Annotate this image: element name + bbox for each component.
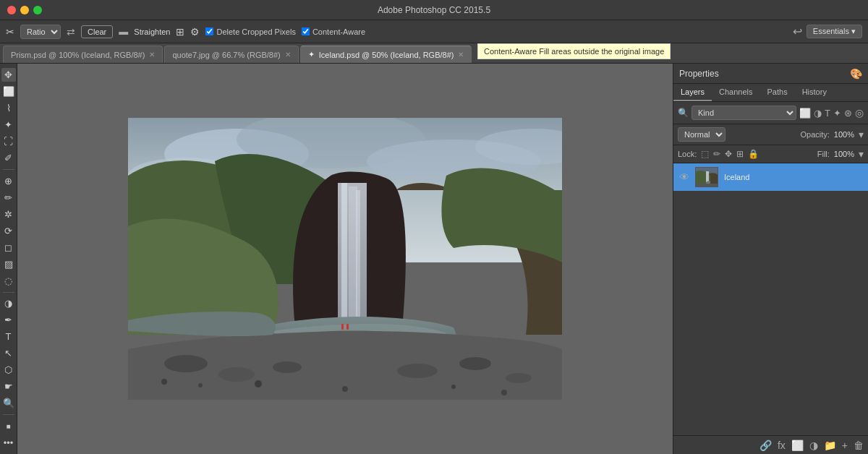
content-aware-option[interactable]: Content-Aware <box>302 27 365 36</box>
lock-position-icon[interactable]: ✥ <box>725 149 732 159</box>
canvas-image-container <box>128 118 562 400</box>
svg-point-13 <box>218 367 255 382</box>
add-group-icon[interactable]: 📁 <box>824 440 836 451</box>
separator-1 <box>3 169 14 170</box>
essentials-button[interactable]: Essentials ▾ <box>807 25 862 38</box>
main-layout: ✥ ⬜ ⌇ ✦ ⛶ ✐ ⊕ ✏ ✲ ⟳ ◻ ▨ ◌ ◑ ✒ T ↖ ⬡ ☛ 🔍 … <box>0 64 868 454</box>
add-adjustment-icon[interactable]: ◑ <box>809 440 818 451</box>
svg-rect-28 <box>696 184 718 187</box>
photoshop-logo-icon[interactable]: 🎨 <box>850 68 862 80</box>
tab-layers[interactable]: Layers <box>673 84 712 101</box>
eraser-tool[interactable]: ◻ <box>1 241 16 254</box>
minimize-button[interactable] <box>20 6 29 14</box>
pen-tool[interactable]: ✒ <box>1 313 16 327</box>
magic-wand-tool[interactable]: ✦ <box>1 118 16 132</box>
options-right: ↩ Essentials ▾ <box>793 25 862 38</box>
search-magnifier-icon: 🔍 <box>678 108 689 118</box>
brush-tool[interactable]: ✏ <box>1 191 16 205</box>
move-tool[interactable]: ✥ <box>1 68 16 82</box>
undo-icon[interactable]: ↩ <box>793 25 802 38</box>
blend-mode-select[interactable]: Normal <box>678 127 726 142</box>
lock-all-icon[interactable]: 🔒 <box>748 149 759 159</box>
left-toolbar: ✥ ⬜ ⌇ ✦ ⛶ ✐ ⊕ ✏ ✲ ⟳ ◻ ▨ ◌ ◑ ✒ T ↖ ⬡ ☛ 🔍 … <box>0 64 17 454</box>
lock-pixels-icon[interactable]: ✏ <box>713 149 720 159</box>
straighten-button[interactable]: Straighten <box>134 27 170 36</box>
tab-iceland[interactable]: ✦ Iceland.psd @ 50% (Iceland, RGB/8#) ✕ <box>300 46 472 63</box>
tab-paths[interactable]: Paths <box>760 84 795 101</box>
kind-select[interactable]: Kind <box>692 106 796 120</box>
svg-point-12 <box>164 355 208 372</box>
ratio-select[interactable]: Ratio <box>20 25 61 39</box>
delete-layer-icon[interactable]: 🗑 <box>854 440 864 451</box>
swap-icon[interactable]: ⇄ <box>67 26 75 38</box>
tab-quote-label: quote7.jpg @ 66.7% (RGB/8#) <box>172 51 280 59</box>
maximize-button[interactable] <box>33 6 42 14</box>
crop-tool[interactable]: ⛶ <box>1 134 16 148</box>
app-title: Adobe Photoshop CC 2015.5 <box>378 5 490 15</box>
clone-stamp-tool[interactable]: ✲ <box>1 207 16 221</box>
shape-tool[interactable]: ⬡ <box>1 363 16 377</box>
layers-search-row: 🔍 Kind ⬜ ◑ T ✦ ⊛ ◎ <box>673 102 868 124</box>
tab-quote[interactable]: quote7.jpg @ 66.7% (RGB/8#) ✕ <box>164 46 298 63</box>
filter-type-icon[interactable]: T <box>825 108 830 119</box>
crop-tool-icon: ✂ <box>6 26 14 38</box>
tab-prism[interactable]: Prism.psd @ 100% (Iceland, RGB/8#) ✕ <box>3 46 163 63</box>
tab-quote-close[interactable]: ✕ <box>285 51 291 59</box>
tab-iceland-label: Iceland.psd @ 50% (Iceland, RGB/8#) <box>319 51 454 59</box>
add-style-icon[interactable]: fx <box>778 440 786 451</box>
lock-artboard-icon[interactable]: ⊞ <box>736 149 744 159</box>
canvas-area <box>17 64 673 454</box>
healing-brush-tool[interactable]: ⊕ <box>1 174 16 188</box>
tab-history[interactable]: History <box>795 84 834 101</box>
options-left: ✂ Ratio ⇄ Clear ▬ Straighten ⊞ ⚙ Delete … <box>6 25 365 39</box>
filter-pixel-icon[interactable]: ⬜ <box>799 108 811 119</box>
delete-cropped-option[interactable]: Delete Cropped Pixels <box>205 27 295 36</box>
layer-visibility-icon[interactable]: 👁 <box>679 171 689 183</box>
blur-tool[interactable]: ◌ <box>1 274 16 288</box>
filter-toggle-icon[interactable]: ◎ <box>855 107 864 119</box>
settings-icon[interactable]: ⚙ <box>190 26 200 38</box>
dodge-tool[interactable]: ◑ <box>1 297 16 311</box>
eyedropper-tool[interactable]: ✐ <box>1 151 16 165</box>
foreground-color[interactable]: ■ <box>1 419 16 433</box>
tab-channels[interactable]: Channels <box>712 84 760 101</box>
svg-point-16 <box>459 357 491 370</box>
lock-transparent-icon[interactable]: ⬚ <box>701 149 709 159</box>
svg-rect-27 <box>706 171 709 182</box>
content-aware-tooltip: Content-Aware Fill areas outside the ori… <box>477 43 671 59</box>
tab-prism-close[interactable]: ✕ <box>149 51 155 59</box>
tab-iceland-icon: ✦ <box>308 50 315 59</box>
link-layers-icon[interactable]: 🔗 <box>760 440 772 451</box>
delete-cropped-checkbox[interactable] <box>205 27 213 35</box>
more-tools[interactable]: ••• <box>1 436 16 450</box>
straighten-label: Straighten <box>134 27 170 36</box>
hand-tool[interactable]: ☛ <box>1 380 16 393</box>
marquee-tool[interactable]: ⬜ <box>1 85 16 98</box>
filter-smart-icon[interactable]: ⊛ <box>844 108 852 119</box>
svg-point-22 <box>451 385 456 389</box>
clear-button[interactable]: Clear <box>81 25 113 38</box>
lasso-tool[interactable]: ⌇ <box>1 101 16 115</box>
add-mask-icon[interactable]: ⬜ <box>791 440 804 451</box>
layers-blend-row: Normal Opacity: 100% ▾ <box>673 124 868 145</box>
traffic-lights <box>7 6 42 14</box>
svg-rect-24 <box>341 324 344 330</box>
history-brush-tool[interactable]: ⟳ <box>1 224 16 238</box>
fill-chevron-icon[interactable]: ▾ <box>859 148 864 160</box>
path-select-tool[interactable]: ↖ <box>1 346 16 360</box>
tab-iceland-close[interactable]: ✕ <box>458 51 464 59</box>
filter-adjust-icon[interactable]: ◑ <box>814 108 822 119</box>
add-layer-icon[interactable]: + <box>842 440 848 451</box>
layer-iceland[interactable]: 👁 Iceland <box>673 163 868 191</box>
svg-point-20 <box>255 380 262 387</box>
options-bar: ✂ Ratio ⇄ Clear ▬ Straighten ⊞ ⚙ Delete … <box>0 20 868 43</box>
zoom-tool[interactable]: 🔍 <box>1 396 16 410</box>
content-aware-checkbox[interactable] <box>302 27 310 35</box>
filter-shape-icon[interactable]: ✦ <box>833 108 841 119</box>
grid-icon[interactable]: ⊞ <box>176 26 184 38</box>
gradient-tool[interactable]: ▨ <box>1 257 16 271</box>
type-tool[interactable]: T <box>1 330 16 343</box>
close-button[interactable] <box>7 6 16 14</box>
opacity-chevron-icon[interactable]: ▾ <box>859 129 864 140</box>
layer-thumb-svg <box>696 168 718 187</box>
